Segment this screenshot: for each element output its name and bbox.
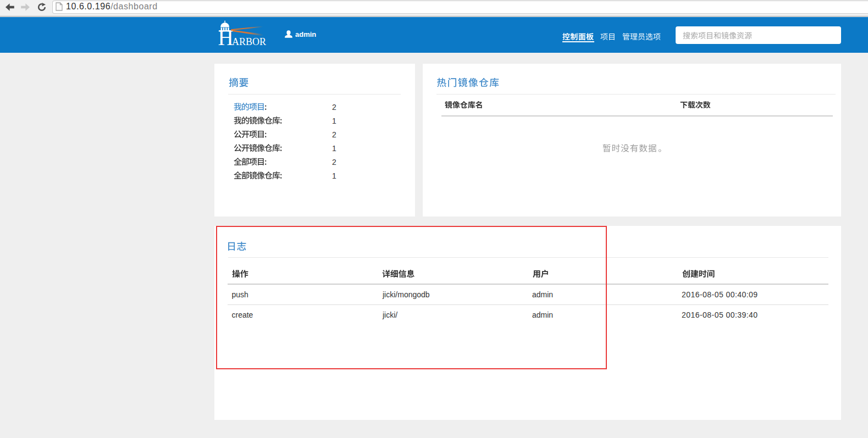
svg-text:ARBOR: ARBOR xyxy=(232,36,266,47)
svg-text:H: H xyxy=(218,26,234,47)
